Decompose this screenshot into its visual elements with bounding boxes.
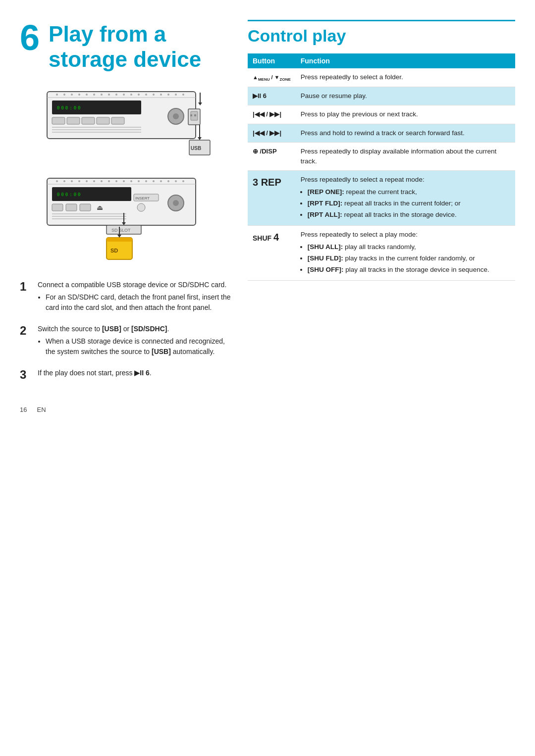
svg-text:000:00: 000:00 <box>57 192 82 197</box>
svg-text:⏏: ⏏ <box>97 203 103 211</box>
svg-text:SD SLOT: SD SLOT <box>111 228 131 233</box>
svg-point-17 <box>167 94 169 96</box>
svg-point-58 <box>167 180 169 182</box>
svg-point-53 <box>130 180 132 182</box>
btn-cell-4: |◀◀ / ▶▶| <box>248 124 296 142</box>
func-cell-7: Press repeatedly to select a play mode: … <box>296 226 515 281</box>
svg-rect-22 <box>52 117 65 124</box>
svg-rect-81 <box>107 238 132 242</box>
svg-rect-24 <box>82 117 95 124</box>
svg-point-48 <box>93 180 95 182</box>
table-header-row: Button Function <box>248 53 515 68</box>
btn-cell-7: SHUF 4 <box>248 226 296 281</box>
func-cell-1: Press repeatedly to select a folder. <box>296 68 515 87</box>
chapter-heading: 6 Play from a storage device <box>20 20 233 72</box>
svg-point-50 <box>108 180 110 182</box>
btn-cell-1: ▲MENU / ▼ZONE <box>248 68 296 87</box>
svg-point-49 <box>101 180 103 182</box>
btn-cell-3: |◀◀ / ▶▶| <box>248 105 296 124</box>
instruction-text-1: Connect a compatible USB storage device … <box>38 280 233 315</box>
svg-rect-68 <box>80 204 91 211</box>
page-footer: 16 EN <box>20 406 515 413</box>
svg-point-2 <box>56 94 58 96</box>
instruction-text-2: Switch the source to [USB] or [SD/SDHC].… <box>38 324 233 359</box>
btn-cell-2: ▶II 6 <box>248 87 296 105</box>
chapter-number: 6 <box>20 20 40 55</box>
svg-rect-35 <box>194 114 196 116</box>
svg-rect-34 <box>190 114 192 116</box>
svg-point-15 <box>153 94 155 96</box>
svg-text:000:00: 000:00 <box>57 105 82 110</box>
instruction-num-2: 2 <box>20 324 32 338</box>
svg-point-14 <box>145 94 147 96</box>
usb-device-diagram: 000:00 <box>42 87 211 163</box>
control-play-heading: Control play <box>248 26 515 46</box>
svg-point-4 <box>71 94 73 96</box>
svg-point-45 <box>71 180 73 182</box>
svg-point-12 <box>130 94 132 96</box>
func-cell-5: Press repeatedly to display available in… <box>296 142 515 171</box>
func-cell-2: Pause or resume play. <box>296 87 515 105</box>
svg-point-52 <box>123 180 125 182</box>
svg-rect-23 <box>67 117 80 124</box>
instruction-2-bullets: When a USB storage device is connected a… <box>46 336 233 357</box>
table-row: ▲MENU / ▼ZONE Press repeatedly to select… <box>248 68 515 87</box>
svg-point-70 <box>137 203 145 211</box>
svg-rect-67 <box>66 204 77 211</box>
svg-point-11 <box>123 94 125 96</box>
control-play-table: Button Function ▲MENU / ▼ZONE Press repe… <box>248 53 515 281</box>
svg-point-8 <box>101 94 103 96</box>
page-number: 16 <box>20 406 27 413</box>
func-cell-4: Press and hold to rewind a track or sear… <box>296 124 515 142</box>
rep-bullets: [REP ONE]: repeat the current track, [RP… <box>308 187 510 220</box>
svg-point-28 <box>173 113 179 119</box>
svg-point-60 <box>182 180 184 182</box>
svg-point-57 <box>160 180 162 182</box>
svg-point-47 <box>86 180 88 182</box>
svg-text:USB: USB <box>191 146 201 151</box>
svg-point-54 <box>138 180 140 182</box>
svg-rect-26 <box>111 117 124 124</box>
svg-text:SD: SD <box>110 248 118 253</box>
table-row: ▶II 6 Pause or resume play. <box>248 87 515 105</box>
table-row: |◀◀ / ▶▶| Press and hold to rewind a tra… <box>248 124 515 142</box>
right-column: Control play Button Function ▲MENU / ▼ZO… <box>248 20 515 391</box>
svg-rect-25 <box>97 117 109 124</box>
svg-point-18 <box>175 94 177 96</box>
func-cell-3: Press to play the previous or next track… <box>296 105 515 124</box>
svg-point-13 <box>138 94 140 96</box>
instruction-1: 1 Connect a compatible USB storage devic… <box>20 280 233 315</box>
svg-text:INSERT: INSERT <box>135 196 150 201</box>
table-row: |◀◀ / ▶▶| Press to play the previous or … <box>248 105 515 124</box>
svg-point-9 <box>108 94 110 96</box>
svg-marker-36 <box>198 102 202 105</box>
table-row: 3 REP Press repeatedly to select a repea… <box>248 171 515 226</box>
instruction-2: 2 Switch the source to [USB] or [SD/SDHC… <box>20 324 233 359</box>
func-cell-6: Press repeatedly to select a repeat mode… <box>296 171 515 226</box>
svg-point-7 <box>93 94 95 96</box>
col-button-header: Button <box>248 53 296 68</box>
instruction-num-3: 3 <box>20 368 32 382</box>
svg-point-46 <box>78 180 80 182</box>
svg-point-43 <box>56 180 58 182</box>
left-column: 6 Play from a storage device <box>20 20 233 391</box>
svg-point-6 <box>86 94 88 96</box>
svg-point-59 <box>175 180 177 182</box>
instructions-list: 1 Connect a compatible USB storage devic… <box>20 280 233 382</box>
table-row: SHUF 4 Press repeatedly to select a play… <box>248 226 515 281</box>
svg-marker-40 <box>198 137 202 140</box>
svg-point-56 <box>153 180 155 182</box>
svg-point-72 <box>173 200 179 206</box>
shuf-bullets: [SHU ALL]: play all tracks randomly, [SH… <box>308 242 510 275</box>
table-row: ⊕ /DISP Press repeatedly to display avai… <box>248 142 515 171</box>
svg-point-44 <box>63 180 65 182</box>
svg-point-3 <box>63 94 65 96</box>
btn-cell-5: ⊕ /DISP <box>248 142 296 171</box>
btn-cell-6: 3 REP <box>248 171 296 226</box>
instruction-num-1: 1 <box>20 280 32 294</box>
svg-point-55 <box>145 180 147 182</box>
page-lang: EN <box>37 406 46 413</box>
sd-device-diagram: 000:00 INSERT ⏏ <box>42 173 211 265</box>
col-function-header: Function <box>296 53 515 68</box>
device-images: 000:00 <box>20 87 233 265</box>
